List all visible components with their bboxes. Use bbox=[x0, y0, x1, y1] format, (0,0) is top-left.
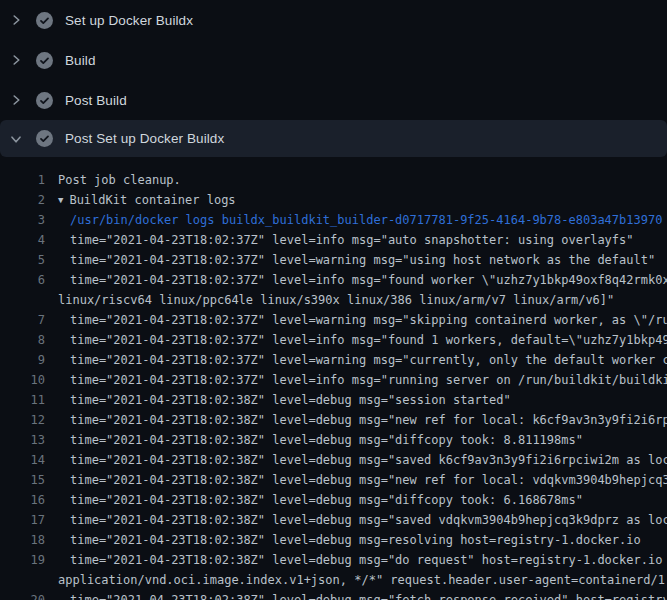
check-circle-icon bbox=[36, 52, 53, 69]
log-row: 7time="2021-04-23T18:02:37Z" level=warni… bbox=[0, 310, 667, 330]
log-row: 13time="2021-04-23T18:02:38Z" level=debu… bbox=[0, 430, 667, 450]
log-row: 10time="2021-04-23T18:02:37Z" level=info… bbox=[0, 370, 667, 390]
line-number[interactable]: 17 bbox=[0, 510, 45, 530]
line-number[interactable]: 12 bbox=[0, 410, 45, 430]
log-row: 1Post job cleanup. bbox=[0, 170, 667, 190]
log-group-row[interactable]: 2▼BuildKit container logs bbox=[0, 190, 667, 210]
step-label: Build bbox=[65, 53, 96, 68]
chevron-right-icon bbox=[10, 14, 22, 26]
log-row: 11time="2021-04-23T18:02:38Z" level=debu… bbox=[0, 390, 667, 410]
log-row: 18time="2021-04-23T18:02:38Z" level=debu… bbox=[0, 530, 667, 550]
line-number[interactable]: 14 bbox=[0, 450, 45, 470]
step-row-build[interactable]: Build bbox=[0, 40, 667, 80]
chevron-right-icon bbox=[10, 54, 22, 66]
check-circle-icon bbox=[36, 92, 53, 109]
line-number[interactable]: 9 bbox=[0, 350, 45, 370]
log-row: 12time="2021-04-23T18:02:38Z" level=debu… bbox=[0, 410, 667, 430]
log-wrap-row: application/vnd.oci.image.index.v1+json,… bbox=[0, 570, 667, 590]
line-number[interactable]: 20 bbox=[0, 590, 45, 600]
log-text: time="2021-04-23T18:02:37Z" level=info m… bbox=[70, 330, 667, 350]
log-row: 8time="2021-04-23T18:02:37Z" level=info … bbox=[0, 330, 667, 350]
line-number[interactable]: 10 bbox=[0, 370, 45, 390]
step-row-set-up-docker-buildx[interactable]: Set up Docker Buildx bbox=[0, 0, 667, 40]
line-number[interactable]: 15 bbox=[0, 470, 45, 490]
line-number[interactable]: 6 bbox=[0, 270, 45, 290]
log-row: 5time="2021-04-23T18:02:37Z" level=warni… bbox=[0, 250, 667, 270]
log-text: time="2021-04-23T18:02:38Z" level=debug … bbox=[70, 390, 511, 410]
log-wrap-row: linux/riscv64 linux/ppc64le linux/s390x … bbox=[0, 290, 667, 310]
line-number bbox=[0, 290, 45, 310]
log-text: time="2021-04-23T18:02:38Z" level=debug … bbox=[70, 510, 667, 530]
check-circle-icon bbox=[36, 12, 53, 29]
log-row: 9time="2021-04-23T18:02:37Z" level=warni… bbox=[0, 350, 667, 370]
log-text: Post job cleanup. bbox=[58, 170, 181, 190]
chevron-down-icon bbox=[10, 133, 22, 145]
log-text: application/vnd.oci.image.index.v1+json,… bbox=[58, 570, 667, 590]
line-number[interactable]: 5 bbox=[0, 250, 45, 270]
step-row-post-build[interactable]: Post Build bbox=[0, 80, 667, 120]
log-text: time="2021-04-23T18:02:37Z" level=warnin… bbox=[70, 310, 667, 330]
log-text: time="2021-04-23T18:02:37Z" level=info m… bbox=[70, 370, 667, 390]
log-text: time="2021-04-23T18:02:38Z" level=debug … bbox=[70, 450, 667, 470]
log-output: 1Post job cleanup.2▼BuildKit container l… bbox=[0, 157, 667, 600]
step-row-post-set-up-docker-buildx[interactable]: Post Set up Docker Buildx bbox=[0, 120, 667, 157]
line-number[interactable]: 11 bbox=[0, 390, 45, 410]
line-number[interactable]: 8 bbox=[0, 330, 45, 350]
line-number[interactable]: 19 bbox=[0, 550, 45, 570]
log-text: linux/riscv64 linux/ppc64le linux/s390x … bbox=[58, 290, 614, 310]
log-row: 4time="2021-04-23T18:02:37Z" level=info … bbox=[0, 230, 667, 250]
chevron-right-icon bbox=[10, 94, 22, 106]
log-row: 14time="2021-04-23T18:02:38Z" level=debu… bbox=[0, 450, 667, 470]
log-row: 3/usr/bin/docker logs buildx_buildkit_bu… bbox=[0, 210, 667, 230]
log-text: time="2021-04-23T18:02:37Z" level=info m… bbox=[70, 230, 634, 250]
steps-list: Set up Docker BuildxBuildPost BuildPost … bbox=[0, 0, 667, 157]
line-number[interactable]: 1 bbox=[0, 170, 45, 190]
line-number bbox=[0, 570, 45, 590]
log-row: 15time="2021-04-23T18:02:38Z" level=debu… bbox=[0, 470, 667, 490]
check-circle-icon bbox=[36, 130, 53, 147]
line-number[interactable]: 13 bbox=[0, 430, 45, 450]
step-label: Post Set up Docker Buildx bbox=[65, 131, 224, 146]
line-number[interactable]: 2 bbox=[0, 190, 45, 210]
workflow-log-viewer: Set up Docker BuildxBuildPost BuildPost … bbox=[0, 0, 667, 600]
log-text: time="2021-04-23T18:02:38Z" level=debug … bbox=[70, 490, 583, 510]
line-number[interactable]: 3 bbox=[0, 210, 45, 230]
log-row: 20time="2021-04-23T18:02:38Z" level=debu… bbox=[0, 590, 667, 600]
step-label: Post Build bbox=[65, 93, 127, 108]
line-number[interactable]: 7 bbox=[0, 310, 45, 330]
log-text: time="2021-04-23T18:02:38Z" level=debug … bbox=[70, 530, 641, 550]
log-text: time="2021-04-23T18:02:38Z" level=debug … bbox=[70, 410, 667, 430]
log-text: time="2021-04-23T18:02:37Z" level=warnin… bbox=[70, 350, 667, 370]
log-text: time="2021-04-23T18:02:38Z" level=debug … bbox=[70, 430, 583, 450]
disclosure-triangle-icon: ▼ bbox=[58, 190, 63, 210]
log-text: time="2021-04-23T18:02:38Z" level=debug … bbox=[70, 590, 667, 600]
log-text: time="2021-04-23T18:02:37Z" level=warnin… bbox=[70, 250, 655, 270]
log-row: 17time="2021-04-23T18:02:38Z" level=debu… bbox=[0, 510, 667, 530]
log-group-title[interactable]: BuildKit container logs bbox=[69, 190, 235, 210]
line-number[interactable]: 4 bbox=[0, 230, 45, 250]
log-text: time="2021-04-23T18:02:38Z" level=debug … bbox=[70, 470, 667, 490]
line-number[interactable]: 18 bbox=[0, 530, 45, 550]
log-command-text: /usr/bin/docker logs buildx_buildkit_bui… bbox=[70, 210, 662, 230]
step-label: Set up Docker Buildx bbox=[65, 13, 193, 28]
log-row: 16time="2021-04-23T18:02:38Z" level=debu… bbox=[0, 490, 667, 510]
log-text: time="2021-04-23T18:02:37Z" level=info m… bbox=[70, 270, 667, 290]
log-row: 6time="2021-04-23T18:02:37Z" level=info … bbox=[0, 270, 667, 290]
log-text: time="2021-04-23T18:02:38Z" level=debug … bbox=[70, 550, 667, 570]
line-number[interactable]: 16 bbox=[0, 490, 45, 510]
log-row: 19time="2021-04-23T18:02:38Z" level=debu… bbox=[0, 550, 667, 570]
